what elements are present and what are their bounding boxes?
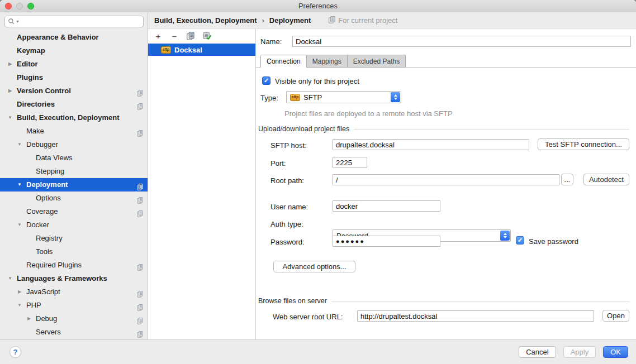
sidebar-item-php[interactable]: ▼PHP — [0, 299, 148, 312]
sidebar-item-label: Directories — [17, 100, 55, 108]
sidebar-item-label: Deployment — [26, 180, 68, 189]
user-name-input[interactable] — [333, 200, 440, 212]
chevron-collapsed-icon[interactable]: ▶ — [7, 84, 13, 98]
chevron-expanded-icon[interactable]: ▼ — [16, 299, 23, 312]
use-as-default-button[interactable] — [202, 31, 211, 40]
sidebar-item-tools[interactable]: Tools — [0, 245, 148, 258]
chevron-expanded-icon[interactable]: ▼ — [16, 138, 23, 151]
chevron-expanded-icon[interactable]: ▼ — [7, 272, 13, 285]
sidebar-item-label: Make — [26, 127, 44, 135]
search-input[interactable] — [20, 18, 140, 26]
cancel-button[interactable]: Cancel — [519, 346, 556, 358]
autodetect-button[interactable]: Autodetect — [583, 174, 629, 185]
sidebar-item-label: Options — [36, 194, 61, 202]
sidebar-item-label: JavaScript — [26, 288, 60, 296]
preferences-window: Preferences ▼ Appearance & BehaviorKeyma… — [0, 0, 636, 364]
sidebar-item-label: Data Views — [36, 154, 73, 162]
sidebar-item-deployment[interactable]: ▼Deployment — [0, 178, 148, 191]
advanced-options-button[interactable]: Advanced options... — [273, 261, 355, 272]
sftp-host-input[interactable] — [333, 139, 529, 150]
sidebar-item-label: Keymap — [17, 46, 45, 55]
titlebar: Preferences — [0, 0, 636, 12]
sidebar-item-build-execution-deployment[interactable]: ▼Build, Execution, Deployment — [0, 111, 148, 124]
remove-server-button[interactable]: − — [170, 31, 179, 40]
sidebar-item-make[interactable]: Make — [0, 124, 148, 138]
root-path-label: Root path: — [270, 176, 304, 185]
sidebar-item-keymap[interactable]: Keymap — [0, 44, 148, 58]
chevron-expanded-icon[interactable]: ▼ — [16, 178, 23, 191]
dialog-footer: ? Cancel Apply OK — [0, 339, 636, 364]
server-list-item-docksal[interactable]: sftp Docksal — [148, 44, 255, 56]
per-project-icon — [329, 16, 335, 25]
sftp-file-icon: sftp — [290, 94, 300, 101]
sftp-file-icon: sftp — [161, 46, 171, 54]
tab-mappings[interactable]: Mappings — [306, 55, 348, 68]
tab-excluded-paths[interactable]: Excluded Paths — [347, 55, 406, 68]
ok-button[interactable]: OK — [603, 346, 628, 358]
sidebar-item-directories[interactable]: Directories — [0, 98, 148, 111]
sidebar-item-registry[interactable]: Registry — [0, 232, 148, 245]
save-password-label: Save password — [529, 237, 578, 246]
chevron-collapsed-icon[interactable]: ▶ — [26, 312, 32, 325]
apply-button[interactable]: Apply — [563, 346, 596, 358]
sidebar-item-label: Docker — [26, 221, 49, 229]
save-password-checkbox[interactable]: ✓ — [516, 236, 524, 245]
root-path-input[interactable] — [333, 174, 559, 185]
sidebar-item-options[interactable]: Options — [0, 191, 148, 205]
per-project-icon — [137, 208, 143, 215]
per-project-icon — [137, 302, 143, 309]
test-sftp-connection-button[interactable]: Test SFTP connection... — [538, 138, 629, 150]
name-input[interactable] — [292, 36, 631, 47]
settings-search-box[interactable]: ▼ — [4, 16, 144, 27]
search-icon — [8, 18, 15, 25]
chevron-collapsed-icon[interactable]: ▶ — [16, 285, 23, 299]
sidebar-item-javascript[interactable]: ▶JavaScript — [0, 285, 148, 299]
sidebar-item-editor[interactable]: ▶Editor — [0, 58, 148, 71]
upload-section-header: Upload/download project files — [258, 125, 629, 133]
copy-server-button[interactable] — [186, 31, 195, 40]
sidebar-item-required-plugins[interactable]: Required Plugins — [0, 258, 148, 272]
sidebar-item-label: Plugins — [17, 73, 43, 82]
sidebar-item-version-control[interactable]: ▶Version Control — [0, 84, 148, 98]
type-select[interactable]: sftp SFTP — [286, 91, 401, 103]
sidebar-item-data-views[interactable]: Data Views — [0, 151, 148, 165]
sidebar-item-label: Debug — [36, 314, 57, 323]
visible-only-checkbox[interactable]: ✓ — [262, 76, 270, 85]
breadcrumb-separator-icon: › — [262, 16, 264, 25]
sidebar-item-coverage[interactable]: Coverage — [0, 205, 148, 218]
password-input[interactable] — [333, 236, 440, 247]
sidebar-item-label: Registry — [36, 234, 63, 242]
select-stepper-icon — [500, 231, 510, 241]
sidebar-item-languages-frameworks[interactable]: ▼Languages & Frameworks — [0, 272, 148, 285]
sidebar-item-label: Required Plugins — [26, 261, 82, 269]
browse-section-label: Browse files on server — [258, 297, 327, 305]
sidebar-item-label: Coverage — [26, 207, 58, 215]
add-server-button[interactable]: + — [154, 31, 163, 40]
sidebar-item-docker[interactable]: ▼Docker — [0, 218, 148, 232]
chevron-collapsed-icon[interactable]: ▶ — [7, 58, 13, 71]
sidebar-item-label: Debugger — [26, 140, 58, 149]
scope-indicator: For current project — [329, 16, 397, 25]
tab-connection[interactable]: Connection — [260, 55, 307, 68]
type-hint: Project files are deployed to a remote h… — [284, 109, 453, 118]
sidebar-item-servers[interactable]: Servers — [0, 325, 148, 339]
help-button[interactable]: ? — [10, 346, 21, 358]
sidebar-item-label: Languages & Frameworks — [17, 274, 107, 282]
port-input[interactable] — [333, 157, 367, 168]
chevron-expanded-icon[interactable]: ▼ — [7, 111, 13, 124]
web-root-input[interactable] — [357, 310, 594, 322]
breadcrumb-parent[interactable]: Build, Execution, Deployment — [154, 16, 257, 25]
sidebar-item-appearance-behavior[interactable]: Appearance & Behavior — [0, 31, 148, 44]
per-project-icon — [137, 329, 143, 336]
sidebar-item-debugger[interactable]: ▼Debugger — [0, 138, 148, 151]
config-tabs: Connection Mappings Excluded Paths — [260, 55, 406, 68]
search-options-caret-icon[interactable]: ▼ — [16, 20, 20, 23]
open-url-button[interactable]: Open — [602, 310, 629, 322]
sidebar-item-label: Stepping — [36, 167, 64, 175]
visible-only-label: Visible only for this project — [275, 77, 359, 85]
sidebar-item-plugins[interactable]: Plugins — [0, 71, 148, 84]
chevron-expanded-icon[interactable]: ▼ — [16, 218, 23, 232]
sidebar-item-debug[interactable]: ▶Debug — [0, 312, 148, 325]
sidebar-item-stepping[interactable]: Stepping — [0, 165, 148, 178]
browse-root-path-button[interactable]: ... — [561, 174, 573, 185]
